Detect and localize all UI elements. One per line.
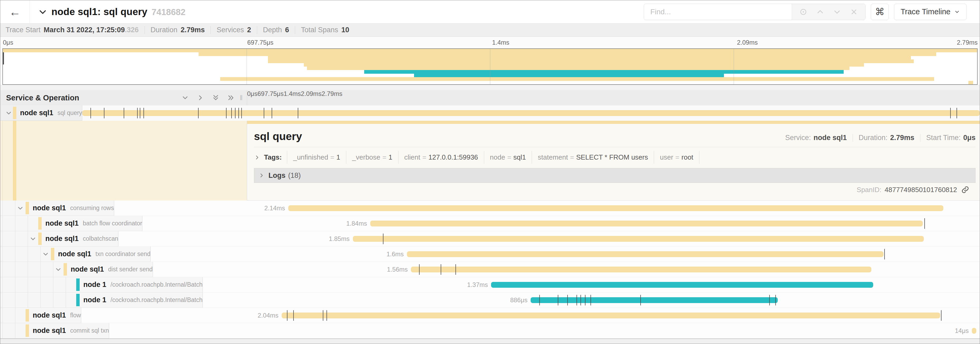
keyboard-shortcuts-button[interactable]: ⌘ [871, 4, 889, 20]
timeline-row[interactable] [82, 106, 980, 121]
span-bar[interactable] [288, 205, 943, 211]
info-value: March 31 2022, 17:25:09 [44, 26, 125, 34]
clear-find-icon[interactable] [850, 8, 858, 16]
span-bar[interactable] [972, 328, 976, 334]
tree-row[interactable]: node sql1colbatchscan [0, 231, 118, 246]
operation-name: txn coordinator send [95, 250, 150, 258]
tree-guide [2, 262, 3, 277]
span-bar[interactable] [411, 267, 871, 272]
tag-item: _unfinished=1 [287, 151, 346, 164]
expand-all-icon[interactable] [227, 94, 235, 102]
operation-name: colbatchscan [83, 235, 118, 242]
span-log-tick [419, 264, 420, 275]
span-log-tick [956, 108, 957, 118]
info-label: Depth [263, 26, 282, 34]
service-operation-header: Service & Operation ‖ [0, 90, 247, 106]
span-bar[interactable] [353, 236, 924, 242]
tag-key: client [404, 153, 420, 161]
info-value: 6 [285, 26, 289, 34]
tree-guide [40, 246, 41, 262]
expand-one-icon[interactable] [196, 94, 204, 102]
tree-guide [2, 293, 3, 307]
find-controls [792, 4, 865, 20]
timeline-row[interactable]: 2.14ms [114, 200, 980, 216]
operation-name: flow [70, 312, 81, 319]
span-log-tick [769, 295, 770, 306]
chevron-down-icon[interactable] [29, 235, 37, 243]
timeline-row[interactable]: 1.85ms [118, 231, 980, 246]
detail-meta-label: Duration: [859, 134, 888, 142]
tag-equals: = [673, 153, 681, 161]
collapse-trace-chevron-icon[interactable] [38, 7, 47, 16]
back-button[interactable]: ← [0, 0, 30, 23]
minimap-gap [0, 85, 980, 90]
tag-equals: = [568, 153, 576, 161]
span-bar[interactable] [282, 312, 940, 318]
tree-row[interactable]: node sql1commit sql txn [0, 323, 109, 338]
span-row: node sql1dist sender send1.56ms [0, 262, 980, 277]
tree-row[interactable]: node sql1dist sender send [0, 262, 153, 277]
chevron-down-icon[interactable] [54, 266, 62, 273]
chevron-right-icon [258, 172, 265, 179]
chevron-down-icon [954, 9, 960, 15]
next-match-icon[interactable] [833, 8, 841, 16]
minimap-canvas[interactable] [2, 48, 978, 85]
span-bar[interactable] [370, 221, 923, 226]
tree-row[interactable]: node 1/cockroach.roachpb.Internal/Batch [0, 277, 202, 293]
detail-meta-label: Service: [785, 134, 811, 142]
span-duration-label: 1.6ms [387, 250, 407, 258]
tree-row[interactable]: node 1/cockroach.roachpb.Internal/Batch [0, 293, 202, 308]
collapse-all-icon[interactable] [212, 94, 220, 102]
span-log-tick [581, 295, 581, 306]
trace-info-item: Depth6 [263, 26, 289, 34]
time-tick-label: 1.4ms [492, 39, 509, 46]
chevron-down-icon[interactable] [17, 205, 24, 212]
tree-row[interactable]: node sql1flow [0, 308, 81, 323]
focus-match-icon[interactable] [799, 8, 807, 16]
chevron-down-icon[interactable] [5, 109, 13, 117]
timeline-row[interactable]: 14μs [109, 323, 980, 338]
prev-match-icon[interactable] [816, 8, 824, 16]
span-bar[interactable] [407, 251, 884, 257]
chevron-down-icon[interactable] [42, 250, 49, 258]
column-resize-grip[interactable]: ‖ [240, 94, 243, 102]
timeline-row[interactable]: 1.37ms [202, 277, 980, 293]
minimap-span-strip [268, 59, 914, 63]
span-duration-label: 1.37ms [467, 281, 491, 288]
span-log-tick [441, 264, 441, 275]
view-selector-button[interactable]: Trace Timeline [894, 4, 967, 20]
tree-row[interactable]: node sql1txn coordinator send [0, 246, 150, 262]
tags-accordion[interactable]: Tags: _unfinished=1_verbose=1client=127.… [254, 151, 975, 164]
span-log-tick [298, 108, 298, 118]
tree-guide [2, 246, 3, 262]
service-name: node sql1 [58, 250, 91, 258]
tree-row[interactable]: node sql1batch flow coordinator [0, 216, 142, 231]
collapse-one-icon[interactable] [181, 94, 189, 102]
span-log-tick [124, 108, 124, 118]
span-bar[interactable] [82, 110, 980, 116]
tree-row[interactable]: node sql1consuming rows [0, 200, 114, 216]
timeline-row[interactable]: 1.84ms [142, 216, 980, 231]
time-tick-label: 1.4ms [283, 90, 301, 97]
timeline-row[interactable]: 1.56ms [153, 262, 980, 277]
span-log-tick [264, 108, 264, 118]
find-input[interactable] [644, 4, 792, 20]
tag-equals: = [380, 153, 388, 161]
span-log-tick [272, 108, 272, 118]
minimap-span-strip [268, 56, 911, 59]
timeline-row[interactable]: 1.6ms [150, 246, 980, 262]
logs-accordion[interactable]: Logs (18) [254, 168, 975, 183]
tags-label: Tags: [264, 153, 282, 162]
minimap-span-strip [304, 63, 864, 67]
info-label: Services [216, 26, 244, 34]
timeline-row[interactable]: 886μs [202, 293, 980, 308]
time-tick-label: 697.75μs [258, 90, 283, 97]
service-color-bar [25, 309, 29, 322]
span-bar[interactable] [531, 297, 778, 303]
link-icon[interactable] [961, 186, 969, 194]
timeline-row[interactable]: 2.04ms [81, 308, 980, 323]
span-duration-label: 1.84ms [346, 220, 370, 227]
tree-row[interactable]: node sql1 sql query [0, 106, 82, 121]
time-tick-label: 2.79ms [321, 90, 342, 97]
span-bar[interactable] [491, 282, 873, 288]
